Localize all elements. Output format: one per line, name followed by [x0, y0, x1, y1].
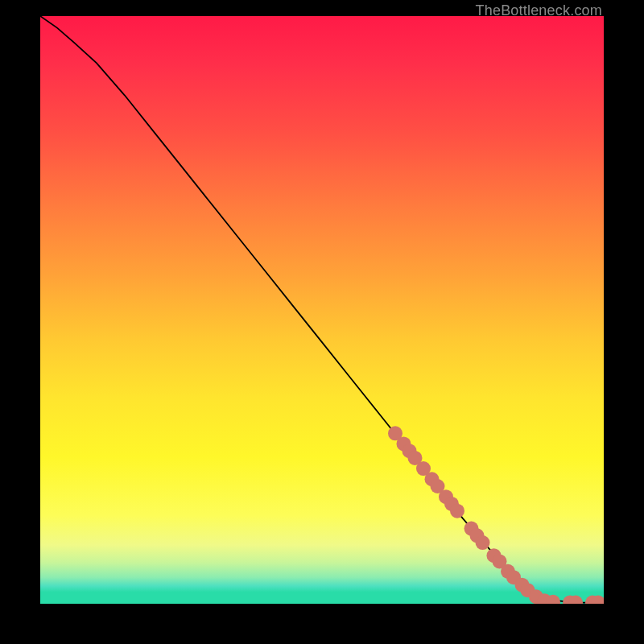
data-marker: [515, 578, 530, 592]
data-marker: [563, 596, 577, 604]
data-marker: [444, 497, 459, 511]
data-marker: [591, 596, 604, 604]
plot-area: [40, 16, 604, 604]
data-marker: [450, 504, 464, 518]
data-marker: [501, 564, 515, 579]
data-marker: [476, 535, 490, 550]
data-marker: [493, 554, 507, 568]
chart-container: TheBottleneck.com: [0, 0, 644, 644]
data-marker: [546, 595, 560, 604]
data-marker: [439, 489, 453, 504]
data-marker: [431, 479, 445, 493]
data-marker: [506, 570, 521, 584]
data-marker: [538, 593, 552, 604]
data-marker: [529, 589, 543, 604]
data-marker: [397, 436, 411, 451]
data-marker: [585, 596, 600, 604]
data-marker: [568, 596, 583, 604]
data-marker: [388, 426, 402, 440]
data-marker: [464, 522, 479, 536]
curve-line: [40, 16, 604, 603]
data-marker: [402, 444, 417, 458]
data-marker: [408, 451, 423, 465]
data-marker: [487, 548, 502, 563]
data-marker: [416, 461, 431, 476]
chart-svg: [40, 16, 604, 604]
data-marker: [425, 472, 440, 486]
data-marker: [521, 583, 535, 597]
data-marker: [470, 528, 485, 543]
